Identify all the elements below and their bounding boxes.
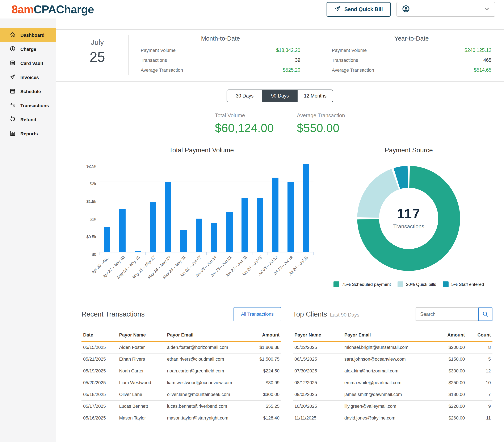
search-button[interactable] — [478, 308, 492, 321]
table-cell: 12 — [466, 365, 492, 377]
top-clients-title-text: Top Clients — [293, 310, 327, 318]
sidebar-item-schedule[interactable]: Schedule — [0, 85, 56, 99]
bar-slot: May 18 – May 24 — [161, 164, 176, 252]
table-cell: 10 — [466, 377, 492, 389]
table-row: 05/22/2025michael.bright@sunsetmail.com$… — [293, 342, 492, 353]
stat-label: Transactions — [141, 57, 167, 63]
table-row: 05/20/2025Liam Westwoodliam.westwood@oce… — [82, 377, 281, 389]
table-cell: 5 — [466, 353, 492, 365]
top-clients-subtitle: Last 90 Days — [330, 312, 359, 318]
table-cell: $300.00 — [433, 365, 467, 377]
sidebar-item-dashboard[interactable]: Dashboard — [0, 28, 56, 42]
stat-value: $240,125.12 — [465, 48, 491, 53]
bar[interactable] — [135, 251, 141, 252]
column-header: Date — [82, 330, 117, 342]
bar-slot: Apr 20 –Ap... — [100, 164, 115, 252]
table-row: 05/15/2025Aiden Fosteraiden.foster@horiz… — [82, 342, 281, 353]
table-cell: 07/30/2025 — [293, 365, 343, 377]
search-icon — [482, 311, 488, 318]
table-cell: ethan.rivers@cloudmail.com — [165, 353, 249, 365]
bar[interactable] — [303, 164, 309, 252]
table-cell: 05/20/2025 — [82, 377, 117, 389]
total-volume-label: Total Volume — [215, 112, 274, 119]
table-cell: Oliver Lane — [117, 389, 165, 401]
table-cell: 11 — [466, 412, 492, 424]
table-cell: 05/18/2025 — [82, 389, 117, 401]
bar[interactable] — [180, 230, 187, 252]
donut-wrap: 117 Transactions — [352, 164, 465, 273]
stat-row: Transactions465 — [332, 55, 491, 65]
search-input[interactable] — [416, 308, 479, 321]
year-to-date-panel: Year-to-Date Payment Volume$240,125.12Tr… — [330, 35, 493, 75]
column-header: Payor Name — [117, 330, 165, 342]
sidebar-item-refund[interactable]: Refund — [0, 113, 56, 127]
bar[interactable] — [257, 198, 263, 252]
charts-row: Total Payment Volume $0$0.5k$1k$1.5k$2k$… — [56, 147, 504, 287]
tab-90-days[interactable]: 90 Days — [262, 90, 297, 102]
month-to-date-rows: Payment Volume$18,342.20Transactions39Av… — [141, 45, 300, 75]
month-to-date-title: Month-to-Date — [141, 35, 300, 42]
year-to-date-title: Year-to-Date — [332, 35, 491, 42]
column-header: Payor Name — [293, 330, 343, 342]
average-transaction-label: Average Transaction — [297, 112, 345, 119]
tab-12-months[interactable]: 12 Months — [297, 90, 333, 102]
bar[interactable] — [104, 227, 110, 252]
stat-value: 465 — [483, 57, 491, 63]
bar-slot: Jul 13 – Jul 19 — [283, 164, 298, 252]
table-row: 08/12/2025emma.white@pearlmail.com$250.0… — [293, 377, 492, 389]
table-cell: 05/16/2025 — [82, 412, 117, 424]
send-quick-bill-button[interactable]: Send Quick Bill — [327, 2, 391, 17]
x-axis-tick — [298, 252, 298, 255]
all-transactions-button[interactable]: All Transactions — [234, 307, 281, 321]
logo-8am: 8am — [12, 3, 34, 16]
sidebar-item-transactions[interactable]: Transactions — [0, 99, 56, 113]
bar-chart-slots: Apr 20 –Ap...Apr 27 – May 03May 04 – May… — [100, 164, 313, 252]
stats-panel: July 25 Month-to-Date Payment Volume$18,… — [56, 29, 504, 82]
legend-swatch — [398, 281, 403, 287]
table-row: 05/21/2025Ethan Riversethan.rivers@cloud… — [82, 353, 281, 365]
send-quick-bill-label: Send Quick Bill — [344, 6, 383, 12]
stat-label: Average Transaction — [332, 68, 374, 73]
bar-chart-icon — [10, 130, 16, 137]
bar[interactable] — [150, 203, 156, 252]
bar[interactable] — [196, 219, 202, 252]
table-cell: $300.00 — [249, 389, 281, 401]
top-clients-search — [416, 308, 492, 321]
bar[interactable] — [272, 178, 278, 252]
sidebar-item-invoices[interactable]: Invoices — [0, 70, 56, 85]
top-clients-title: Top ClientsLast 90 Days — [293, 310, 359, 318]
bar[interactable] — [119, 209, 126, 252]
header-actions: Send Quick Bill — [327, 2, 495, 17]
sidebar-item-label: Card Vault — [20, 61, 43, 66]
sidebar-item-card-vault[interactable]: Card Vault — [0, 56, 56, 70]
calendar-icon — [10, 88, 16, 95]
table-cell: lily.green@valleymail.com — [343, 401, 433, 412]
sidebar-item-charge[interactable]: Charge — [0, 42, 56, 56]
table-cell: 08/12/2025 — [293, 377, 343, 389]
stat-label: Payment Volume — [141, 48, 175, 53]
profile-menu[interactable] — [397, 2, 495, 17]
table-header-row: Payor NamePayor EmailAmountCount — [293, 330, 492, 342]
bar-chart-title: Total Payment Volume — [81, 147, 322, 154]
sidebar-item-label: Reports — [20, 131, 38, 137]
bar[interactable] — [165, 182, 171, 252]
table-cell: Noah Carter — [117, 365, 165, 377]
table-row: 06/15/2025sara.johnson@oceanview.com$150… — [293, 353, 492, 365]
bar-slot: Jul 20 – Jul 26 — [298, 164, 313, 252]
table-cell: $128.40 — [249, 412, 281, 424]
stat-value: 39 — [295, 57, 300, 63]
total-payment-volume-chart: Total Payment Volume $0$0.5k$1k$1.5k$2k$… — [81, 147, 322, 287]
table-cell: emma.white@pearlmail.com — [343, 377, 433, 389]
bar[interactable] — [288, 182, 294, 252]
bar[interactable] — [226, 212, 233, 252]
tab-30-days[interactable]: 30 Days — [227, 90, 262, 102]
average-transaction-value: $550.00 — [297, 121, 345, 135]
table-cell: $1,808.88 — [249, 342, 281, 353]
x-axis-tick — [252, 252, 252, 255]
bar[interactable] — [242, 198, 248, 252]
table-cell: Liam Westwood — [117, 377, 165, 389]
table-cell: $180.00 — [433, 389, 467, 401]
bar[interactable] — [211, 223, 217, 252]
table-cell: david.jones@skyline.com — [343, 412, 433, 424]
sidebar-item-reports[interactable]: Reports — [0, 127, 56, 141]
